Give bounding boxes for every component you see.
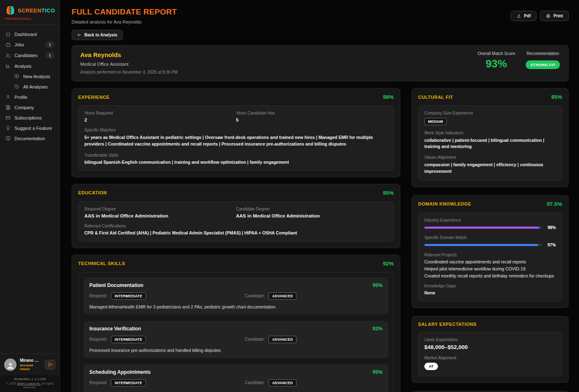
industry-experience-bar: 98% [424,225,556,230]
back-button-label: Back to Analysis [84,33,117,37]
market-alignment-badge: AT [424,363,438,370]
print-button[interactable]: Print [540,11,569,21]
brand-logo[interactable]: SCREENTICO PROFESSIONAL [0,0,60,25]
sidebar-item-label: All Analyses [23,84,48,89]
recommendation-label: Recommendation [526,51,560,56]
back-to-analysis-button[interactable]: Back to Analysis [72,30,123,40]
specific-matches-value: 5+ years as Medical Office Assistant in … [84,134,388,148]
candidate-label: Candidate: [245,380,265,385]
sidebar-item-subscriptions[interactable]: Subscriptions [0,112,60,123]
required-degree-label: Required Degree [84,207,236,211]
required-level-badge: INTERMEDIATE [111,336,146,343]
jobs-count-badge: 5 [45,42,54,48]
sidebar-item-label: Jobs [14,42,24,47]
domain-match-label: Specific Domain Match [424,235,556,240]
years-has-label: Years Candidate Has [236,111,388,115]
education-title: EDUCATION [78,190,107,195]
domain-knowledge-score: 97.5% [547,201,562,207]
project-line: Created monthly recall reports and birth… [424,273,556,278]
sidebar-item-new-analysis[interactable]: New Analysis [0,71,60,81]
required-label: Required: [89,294,107,298]
report-header: FULL CANDIDATE REPORT Detailed analysis … [72,7,569,40]
years-required-value: 2 [84,117,236,122]
education-card: EDUCATION 95% Required Degree AAS in Med… [72,184,400,248]
experience-score: 98% [383,94,394,100]
transferable-skills-label: Transferable Skills [84,153,388,158]
sidebar-item-label: Dashboard [14,32,37,37]
sidebar-item-label: Suggest a Feature [14,126,52,131]
pdf-button[interactable]: Pdf [511,11,536,21]
building-icon [5,105,11,110]
candidate-name: Ava Reynolds [80,51,178,58]
likely-expectation-label: Likely Expectation [424,337,556,342]
sidebar-nav: Dashboard Jobs 5 Candidates 5 Analysis N… [0,25,60,354]
salary-card: SALARY EXPECTATIONS Likely Expectation $… [412,316,569,383]
skill-name: Patient Documentation [89,282,144,288]
certifications-label: Relevant Certifications [84,224,388,228]
sidebar-footer: Screentico, v. 1.1.226 © 2025 Sharp Logi… [0,375,60,392]
avatar [4,359,17,371]
project-line: Coordinated vaccine appointments and rec… [424,259,556,264]
technical-skills-card: TECHNICAL SKILLS 92% Patient Documentati… [72,255,400,392]
sidebar-item-suggest-feature[interactable]: Suggest a Feature [0,123,60,133]
history-clock-icon [14,84,19,89]
sidebar-item-label: New Analysis [23,74,50,79]
sidebar-item-all-analyses[interactable]: All Analyses [0,81,60,92]
candidate-label: Candidate: [245,337,265,342]
sidebar-item-profile[interactable]: Profile [0,92,60,102]
match-score-label: Overall Match Score [478,51,515,56]
brand-wordmark: SCREENTICO [18,7,55,14]
sidebar-item-documentation[interactable]: Documentation [0,133,60,143]
pdf-button-label: Pdf [524,14,531,18]
sidebar-item-jobs[interactable]: Jobs 5 [0,39,60,50]
required-label: Required: [89,337,107,342]
required-level-badge: INTERMEDIATE [111,379,146,387]
sidebar-item-candidates[interactable]: Candidates 5 [0,50,60,61]
skill-item: Patient Documentation 95% Required:INTER… [84,277,388,315]
user-role: Account Owner [20,363,41,371]
copyright-prefix: © 2025 [6,382,17,385]
credit-card-icon [5,115,11,120]
candidate-level-badge: ADVANCED [268,292,297,300]
skill-note: Processed insurance pre-authorizations a… [89,348,383,353]
brain-logo-icon [5,5,16,16]
required-degree-value: AAS in Medical Office Administration [84,213,236,218]
sidebar-item-company[interactable]: Company [0,102,60,112]
work-style-label: Work Style Indicators [424,131,556,135]
arrow-left-icon [77,33,81,37]
company-link[interactable]: Sharp Logica inc. [17,382,41,385]
logout-button[interactable] [45,360,55,370]
skill-score: 92% [373,326,383,332]
analysis-date: Analysis performed on November 3, 2025 a… [80,70,178,74]
transferable-skills-value: bilingual Spanish-English communication … [84,160,388,165]
cultural-fit-title: CULTURAL FIT [418,95,453,100]
project-line: Helped pilot telemedicine workflow durin… [424,266,556,271]
skill-score: 95% [373,282,383,288]
values-alignment-label: Values Alignment [424,155,556,160]
candidate-label: Candidate: [245,294,265,298]
sidebar-item-label: Documentation [14,136,45,141]
home-icon [5,31,11,37]
sidebar-item-label: Company [14,105,34,110]
candidate-level-badge: ADVANCED [268,379,297,387]
candidate-position: Medical Office Assistant [80,62,178,67]
industry-pct: 98% [542,225,556,230]
specific-matches-label: Specific Matches [84,128,388,132]
sidebar-item-analysis[interactable]: Analysis [0,61,60,71]
sidebar-item-label: Profile [14,95,27,100]
education-score: 95% [383,190,394,196]
sidebar-item-dashboard[interactable]: Dashboard [0,29,60,39]
sidebar-item-label: Analysis [14,64,31,69]
experience-title: EXPERIENCE [78,95,110,100]
briefcase-icon [5,42,11,48]
years-required-label: Years Required [84,111,236,115]
user-name: Mirano Galijas... [20,358,41,363]
required-level-badge: INTERMEDIATE [111,292,146,300]
required-label: Required: [89,380,107,385]
industry-experience-label: Industry Experience [424,218,556,222]
company-size-label: Company Size Experience [424,111,556,115]
book-icon [5,136,11,141]
recommendation-badge: STRONG FIT [526,60,560,69]
user-icon [5,94,11,100]
user-menu[interactable]: Mirano Galijas... Account Owner [0,354,60,375]
